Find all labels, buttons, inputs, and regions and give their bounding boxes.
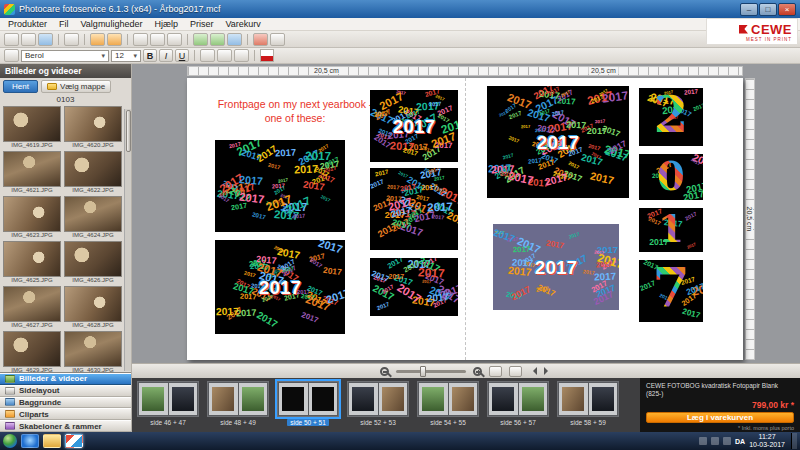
photoservice-taskbar-icon[interactable] <box>65 434 83 448</box>
wordcloud-globe-image[interactable]: 2017201720172017201720172017201720172017… <box>370 168 458 250</box>
menu-fil[interactable]: Fil <box>59 19 69 29</box>
align-left-button[interactable] <box>200 49 215 62</box>
redo-icon[interactable] <box>107 33 122 46</box>
spread-thumbnail-54-55[interactable]: side 54 + 55 <box>416 381 480 429</box>
font-size-select[interactable]: 12▾ <box>111 50 141 62</box>
wordcloud-number-0-image[interactable]: 2017201720172017201720170 <box>639 154 703 200</box>
wordcloud-speechbubble-image[interactable]: 2017201720172017201720172017201720172017… <box>215 140 345 232</box>
taskbar: DA 11:27 10-03-2017 <box>0 432 800 450</box>
spread-thumbnail-56-57[interactable]: side 56 + 57 <box>486 381 550 429</box>
wordcloud-number-2-image[interactable]: 201720172017201720172017201720172 <box>639 88 703 146</box>
caption-text-box[interactable]: Frontpage on my next yearbook - one of t… <box>211 98 379 125</box>
close-button[interactable]: × <box>778 3 796 16</box>
paste-icon[interactable] <box>167 33 182 46</box>
wordcloud-heart-small-image[interactable]: 2017201720172017201720172017201720172017… <box>370 90 458 162</box>
arrange-icon[interactable] <box>270 33 285 46</box>
spread-thumbnail-58-59[interactable]: side 58 + 59 <box>556 381 620 429</box>
wordcloud-number-1-image[interactable]: 2017201720172017201720171 <box>639 208 703 252</box>
insert-frame-icon[interactable] <box>227 33 242 46</box>
photo-thumbnail[interactable]: IMG_4619.JPG <box>3 106 61 149</box>
sidebar-item-photos[interactable]: Billeder & videoer <box>0 373 131 385</box>
menu-valgmuligheder[interactable]: Valgmuligheder <box>81 19 143 29</box>
window-title: Photocare fotoservice 6.1.3 (x64) - Årbo… <box>19 4 221 14</box>
cut-icon[interactable] <box>133 33 148 46</box>
font-family-select[interactable]: Berol▾ <box>21 50 109 62</box>
photos-icon <box>5 375 15 383</box>
photo-thumbnail[interactable]: IMG_4629.JPG <box>3 331 61 372</box>
insert-image-icon[interactable] <box>193 33 208 46</box>
product-price: 799,00 kr * <box>646 400 794 410</box>
maximize-button[interactable]: □ <box>759 3 777 16</box>
photo-thumbnail[interactable]: IMG_4622.JPG <box>64 151 122 194</box>
photo-thumbnail[interactable]: IMG_4620.JPG <box>64 106 122 149</box>
photo-thumbnail[interactable]: IMG_4628.JPG <box>64 286 122 329</box>
text-color-swatch[interactable] <box>260 49 274 62</box>
sidebar-item-backgrounds[interactable]: Baggrunde <box>0 397 131 409</box>
show-desktop-button[interactable] <box>791 433 797 449</box>
zoom-slider-handle[interactable] <box>420 366 426 377</box>
spread-thumbnail-48-49[interactable]: side 48 + 49 <box>206 381 270 429</box>
previous-spread-icon[interactable] <box>529 367 537 375</box>
save-icon[interactable] <box>38 33 53 46</box>
spread-thumbnail-46-47[interactable]: side 46 + 47 <box>136 381 200 429</box>
photo-thumbnail[interactable]: IMG_4630.JPG <box>64 331 122 372</box>
chevron-down-icon: ▾ <box>101 52 105 60</box>
add-to-cart-button[interactable]: Læg i varekurven <box>646 412 794 423</box>
folder-icon <box>47 83 57 90</box>
language-indicator[interactable]: DA <box>735 438 745 445</box>
menu-priser[interactable]: Priser <box>190 19 214 29</box>
price-note: * Inkl. moms plus porto <box>646 425 794 431</box>
photo-thumbnail[interactable]: IMG_4626.JPG <box>64 241 122 284</box>
wordcloud-purple-image[interactable]: 2017201720172017201720172017201720172017… <box>493 224 619 310</box>
minimize-button[interactable]: – <box>740 3 758 16</box>
align-right-button[interactable] <box>234 49 249 62</box>
wordcloud-number-7-image[interactable]: 201720172017201720172017201720177 <box>639 260 703 322</box>
zoom-out-icon[interactable] <box>380 367 389 376</box>
scrollbar-thumb[interactable] <box>126 110 131 152</box>
zoom-slider[interactable] <box>396 370 466 373</box>
menu-hjaelp[interactable]: Hjælp <box>154 19 178 29</box>
next-spread-icon[interactable] <box>544 367 552 375</box>
undo-icon[interactable] <box>90 33 105 46</box>
fullscreen-icon[interactable] <box>509 366 522 377</box>
sidebar-item-templates[interactable]: Skabeloner & rammer <box>0 420 131 432</box>
fit-page-icon[interactable] <box>489 366 502 377</box>
italic-button[interactable]: I <box>159 49 173 62</box>
print-icon[interactable] <box>64 33 79 46</box>
wordcloud-big-heart-image[interactable]: 2017201720172017201720172017201720172017… <box>487 86 629 198</box>
taskbar-clock[interactable]: 11:27 10-03-2017 <box>749 433 785 449</box>
photo-thumbnail[interactable]: IMG_4623.JPG <box>3 196 61 239</box>
sidebar-item-cliparts[interactable]: Cliparts <box>0 408 131 420</box>
spread-thumbnail-50-51[interactable]: side 50 + 51 <box>276 381 340 429</box>
photo-thumbnail[interactable]: IMG_4625.JPG <box>3 241 61 284</box>
underline-button[interactable]: U <box>175 49 189 62</box>
copy-icon[interactable] <box>150 33 165 46</box>
sidebar-item-layout[interactable]: Sidelayout <box>0 385 131 397</box>
insert-text-icon[interactable] <box>210 33 225 46</box>
volume-icon[interactable] <box>723 437 731 445</box>
menu-produkter[interactable]: Produkter <box>8 19 47 29</box>
zoom-in-icon[interactable] <box>473 367 482 376</box>
fetch-photos-button[interactable]: Hent <box>3 80 38 93</box>
align-center-button[interactable] <box>217 49 232 62</box>
browser-taskbar-icon[interactable] <box>21 434 39 448</box>
wordcloud-small-image[interactable]: 2017201720172017201720172017201720172017… <box>370 258 458 316</box>
explorer-taskbar-icon[interactable] <box>43 434 61 448</box>
application-window: Photocare fotoservice 6.1.3 (x64) - Årbo… <box>0 0 800 450</box>
wordcloud-heart-left-image[interactable]: 2017201720172017201720172017201720172017… <box>215 240 345 334</box>
spread-thumbnail-52-53[interactable]: side 52 + 53 <box>346 381 410 429</box>
photo-thumbnail[interactable]: IMG_4624.JPG <box>64 196 122 239</box>
network-icon[interactable] <box>711 437 719 445</box>
open-file-icon[interactable] <box>21 33 36 46</box>
menu-varekurv[interactable]: Varekurv <box>225 19 260 29</box>
choose-folder-button[interactable]: Vælg mappe <box>41 80 111 93</box>
photo-thumbnail[interactable]: IMG_4627.JPG <box>3 286 61 329</box>
photos-scrollbar[interactable] <box>124 109 131 371</box>
text-tool-icon[interactable] <box>4 49 19 62</box>
bold-button[interactable]: B <box>143 49 157 62</box>
new-file-icon[interactable] <box>4 33 19 46</box>
start-button[interactable] <box>3 434 17 448</box>
tray-hidden-icons[interactable] <box>699 437 707 445</box>
photo-thumbnail[interactable]: IMG_4621.JPG <box>3 151 61 194</box>
delete-icon[interactable] <box>253 33 268 46</box>
